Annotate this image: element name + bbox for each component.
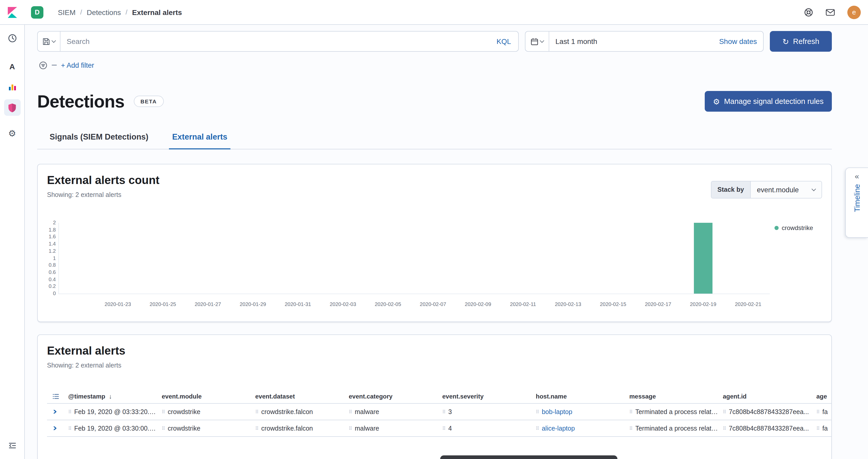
x-axis-tick-label: 2020-02-05 [375,301,401,307]
column-header-message[interactable]: message [629,393,723,400]
drag-handle-icon[interactable]: ⠿ [255,426,258,431]
search-input[interactable] [60,32,489,51]
alerts-table: @timestamp ↓ event.module event.dataset … [47,390,832,437]
x-axis-tick-label: 2020-02-09 [465,301,491,307]
show-dates-link[interactable]: Show dates [719,37,763,45]
alerts-table-body: ⠿Feb 19, 2020 @ 03:33:20.000⠿crowdstrike… [47,404,832,437]
sidebar-item-app-a[interactable]: A [4,58,21,74]
cell-event-severity: 3 [448,408,452,415]
drag-handle-icon[interactable]: ⠿ [162,426,165,431]
sidebar-item-siem[interactable] [4,99,21,116]
column-header-event-category[interactable]: event.category [349,393,442,400]
expand-row-button[interactable] [52,426,57,430]
breadcrumb-current: External alerts [132,8,182,16]
chart-bar-2020-02-19[interactable] [694,223,712,294]
sidebar-item-management[interactable]: ⚙ [4,125,21,142]
kibana-logo[interactable] [0,0,25,24]
dock-shadow [440,455,617,459]
space-badge[interactable]: D [31,6,43,18]
drag-handle-icon[interactable]: ⠿ [255,409,258,414]
y-axis-tick-label: 0 [53,291,56,296]
showing-count-text: Showing: 2 external alerts [47,191,159,198]
x-axis-tick-label: 2020-02-21 [735,301,761,307]
y-axis-tick-label: 1.4 [49,241,56,247]
x-axis-tick-label: 2020-02-19 [690,301,716,307]
left-sidebar: A ⚙ [0,25,25,459]
breadcrumb: SIEM / Detections / External alerts [58,8,182,16]
stack-by-select[interactable]: Stack by event.module [711,181,822,198]
external-alerts-count-panel: External alerts count Showing: 2 externa… [37,164,832,322]
cell-host-name[interactable]: bob-laptop [542,408,572,415]
kibana-app: D SIEM / Detections / External alerts e [0,0,868,459]
timeline-flyout-toggle[interactable]: « Timeline [845,167,868,238]
chevron-down-icon [812,187,816,191]
expand-row-button[interactable] [52,410,57,414]
drag-handle-icon[interactable]: ⠿ [442,409,445,414]
drag-handle-icon[interactable]: ⠿ [723,409,726,414]
column-header-event-dataset[interactable]: event.dataset [255,393,349,400]
mail-icon[interactable] [826,8,835,16]
help-icon[interactable] [804,7,813,17]
stack-by-label: Stack by [711,181,751,198]
detections-tabs: Signals (SIEM Detections) External alert… [37,127,832,149]
filter-options-icon[interactable] [39,61,48,69]
x-axis-tick-label: 2020-02-11 [510,301,536,307]
letter-a-app-icon: A [9,62,15,70]
refresh-button[interactable]: ↻ Refresh [770,31,832,52]
cell-event-module: crowdstrike [168,425,200,432]
x-axis-tick-label: 2020-01-31 [285,301,311,307]
tab-external-alerts[interactable]: External alerts [169,127,230,149]
cell-agent-id: 7c808b4c8878433287eea... [729,408,809,415]
legend-item-crowdstrike[interactable]: crowdstrike [774,224,813,232]
column-header-timestamp[interactable]: @timestamp ↓ [68,393,162,400]
page-header: Detections BETA ⚙ Manage signal detectio… [37,91,832,112]
header-actions: e [804,5,861,19]
legend-dot [774,226,779,230]
cell-host-name[interactable]: alice-laptop [542,425,575,432]
saved-query-menu-button[interactable] [38,32,60,51]
y-axis-tick-label: 0.2 [49,284,56,289]
drag-handle-icon[interactable]: ⠿ [723,426,726,431]
sidebar-item-visualize[interactable] [4,79,21,95]
tab-signals[interactable]: Signals (SIEM Detections) [46,127,151,149]
breadcrumb-siem[interactable]: SIEM [58,8,75,16]
column-header-agent-id[interactable]: agent.id [723,393,816,400]
legend-label: crowdstrike [782,224,813,232]
column-header-event-severity[interactable]: event.severity [442,393,536,400]
kql-syntax-button[interactable]: KQL [489,32,518,51]
drag-handle-icon[interactable]: ⠿ [536,409,539,414]
drag-handle-icon[interactable]: ⠿ [816,409,820,414]
cell-message: Terminated a process relate... [635,425,719,432]
kibana-logo-icon [6,5,19,19]
drag-handle-icon[interactable]: ⠿ [816,426,820,431]
stack-by-value: event.module [757,186,799,193]
drag-handle-icon[interactable]: ⠿ [629,426,633,431]
date-range-value[interactable]: Last 1 month [549,37,597,45]
column-header-agent-type[interactable]: age [816,393,832,400]
collapse-nav-button[interactable] [4,437,21,454]
y-axis-tick-label: 1.8 [49,227,56,232]
recently-viewed-clock-icon[interactable] [4,30,21,47]
page-title: Detections [37,91,125,112]
alert-row: ⠿Feb 19, 2020 @ 03:33:20.000⠿crowdstrike… [47,404,832,420]
column-header-event-module[interactable]: event.module [162,393,255,400]
beta-badge: BETA [134,96,164,107]
drag-handle-icon[interactable]: ⠿ [442,426,445,431]
column-header-host-name[interactable]: host.name [536,393,629,400]
drag-handle-icon[interactable]: ⠿ [68,426,71,431]
drag-handle-icon[interactable]: ⠿ [349,426,352,431]
user-avatar[interactable]: e [847,5,861,19]
drag-handle-icon[interactable]: ⠿ [536,426,539,431]
drag-handle-icon[interactable]: ⠿ [68,409,71,414]
drag-handle-icon[interactable]: ⠿ [162,409,165,414]
y-axis-tick-label: 2 [53,220,56,225]
calendar-icon [531,37,538,45]
columns-list-icon[interactable] [52,393,59,400]
quick-select-date-button[interactable] [525,32,549,51]
menu-collapse-icon [8,441,16,450]
add-filter-link[interactable]: + Add filter [61,61,94,69]
breadcrumb-detections[interactable]: Detections [87,8,121,16]
manage-signal-detection-rules-button[interactable]: ⚙ Manage signal detection rules [705,91,832,112]
drag-handle-icon[interactable]: ⠿ [629,409,633,414]
drag-handle-icon[interactable]: ⠿ [349,409,352,414]
